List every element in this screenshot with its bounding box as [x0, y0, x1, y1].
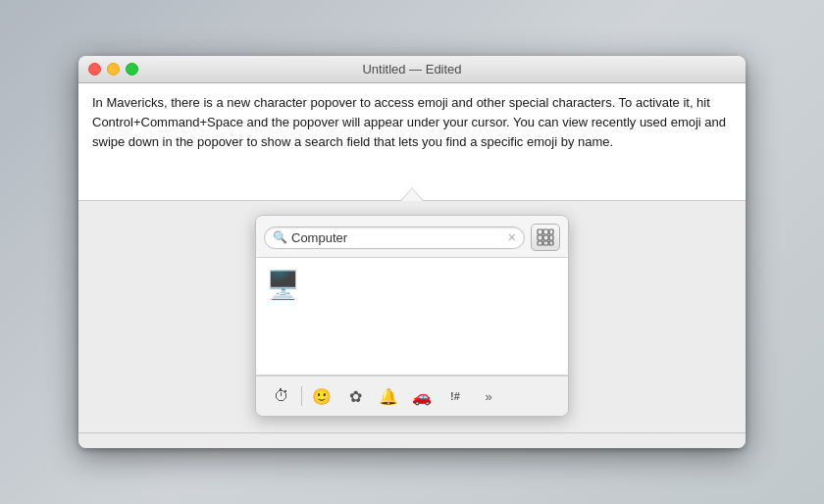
category-travel[interactable]: 🚗	[406, 382, 438, 410]
popover-wrapper: 🔍 ×	[78, 201, 746, 432]
category-bell[interactable]: 🔔	[373, 382, 404, 410]
emoji-computer[interactable]: 🖥️	[266, 268, 301, 303]
body-text: In Mavericks, there is a new character p…	[92, 95, 726, 149]
text-content[interactable]: In Mavericks, there is a new character p…	[78, 83, 746, 201]
search-wrapper: 🔍 ×	[264, 227, 525, 249]
category-bar: ⏱ 🙂 ✿ 🔔 🚗 !# »	[256, 376, 568, 416]
main-window: Untitled — Edited In Mavericks, there is…	[78, 56, 746, 448]
window-bottom	[78, 432, 746, 448]
title-bar: Untitled — Edited	[78, 56, 746, 83]
svg-rect-3	[538, 235, 542, 240]
desktop: Untitled — Edited In Mavericks, there is…	[0, 0, 824, 504]
emoji-results: 🖥️	[256, 258, 568, 376]
search-icon: 🔍	[273, 230, 287, 244]
svg-rect-1	[543, 229, 548, 234]
close-button[interactable]	[88, 63, 101, 76]
traffic-lights	[78, 63, 138, 76]
svg-rect-4	[543, 235, 548, 240]
emoji-grid-button[interactable]	[531, 224, 560, 251]
search-input[interactable]	[291, 230, 508, 245]
svg-rect-5	[549, 235, 553, 240]
svg-rect-8	[549, 241, 553, 245]
emoji-popover: 🔍 ×	[255, 215, 569, 417]
minimize-button[interactable]	[107, 63, 120, 76]
category-recent[interactable]: ⏱	[266, 382, 297, 410]
category-more[interactable]: »	[473, 382, 504, 410]
window-title: Untitled — Edited	[362, 62, 461, 76]
svg-rect-6	[538, 241, 542, 245]
popover-search-bar: 🔍 ×	[256, 216, 568, 258]
category-symbols[interactable]: !#	[439, 382, 471, 410]
svg-rect-7	[543, 241, 548, 245]
popover-arrow	[400, 187, 424, 201]
svg-rect-2	[549, 229, 553, 234]
svg-rect-0	[538, 229, 542, 234]
maximize-button[interactable]	[126, 63, 138, 76]
search-clear-button[interactable]: ×	[508, 230, 516, 244]
category-divider	[301, 386, 302, 406]
category-smiley[interactable]: 🙂	[306, 382, 337, 410]
category-nature[interactable]: ✿	[339, 382, 371, 410]
